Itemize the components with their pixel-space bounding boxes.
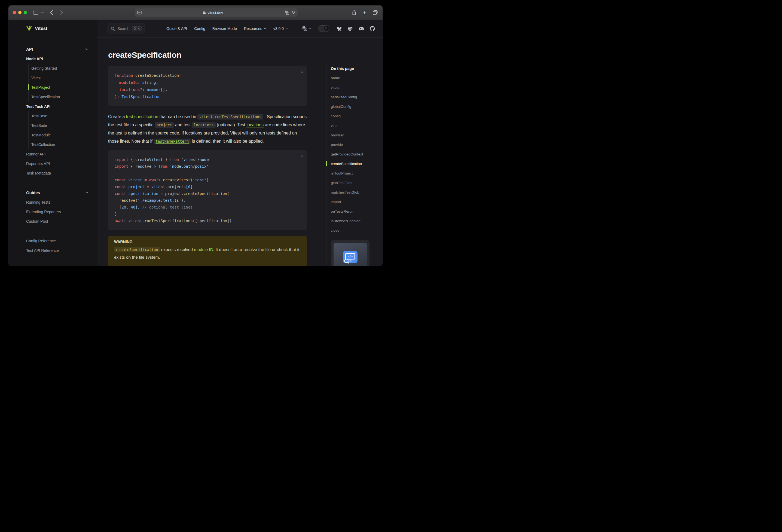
code-line: const specification = project.createSpec…: [115, 190, 300, 197]
toc-item[interactable]: globTestFiles: [331, 178, 378, 187]
nav-link-guide-api[interactable]: Guide & API: [166, 26, 187, 31]
language-switcher[interactable]: A a: [302, 26, 311, 31]
search-icon: [111, 27, 115, 31]
search-button[interactable]: Search ⌘ K: [108, 23, 145, 34]
sidebar-item[interactable]: Task Metadata: [26, 168, 90, 178]
sidebar-item[interactable]: Extending Reporters: [26, 207, 90, 216]
traffic-lights: [13, 11, 27, 14]
toc-item[interactable]: createSpecification: [331, 159, 378, 169]
inline-code: locations: [192, 122, 215, 128]
address-bar[interactable]: vitest.dev A a ↻: [135, 8, 297, 16]
new-tab-button[interactable]: +: [363, 10, 366, 15]
doc-sidebar: Vitest API Node API Getting StartedVites…: [8, 20, 98, 266]
toc-item[interactable]: name: [331, 73, 378, 83]
nav-dropdown-resources[interactable]: Resources: [244, 26, 266, 31]
sidebar-item[interactable]: Custom Pool: [26, 216, 90, 226]
minimize-window-button[interactable]: [18, 11, 22, 14]
code-line: ): TestSpecification: [115, 93, 300, 100]
text-segment: (optional). Test: [216, 122, 247, 127]
back-button[interactable]: [50, 10, 53, 15]
tab-overview-button[interactable]: [373, 10, 378, 15]
site-frame: Vitest API Node API Getting StartedVites…: [8, 20, 383, 266]
forward-button[interactable]: [60, 10, 64, 15]
toc-item[interactable]: matchesTestGlob: [331, 187, 378, 197]
sidebar-item[interactable]: TestCase: [31, 111, 90, 120]
close-window-button[interactable]: [13, 11, 16, 14]
nav-link-config[interactable]: Config: [194, 26, 205, 31]
nav-link-browser-mode[interactable]: Browser Mode: [212, 26, 237, 31]
sidebar-item[interactable]: Config Reference: [26, 236, 90, 246]
toc-item[interactable]: import: [331, 197, 378, 207]
inline-link[interactable]: test specification: [126, 114, 158, 119]
code-line: const vitest = await createVitest('test'…: [115, 177, 300, 183]
inline-link[interactable]: module ID: [194, 247, 213, 252]
share-button[interactable]: [352, 10, 356, 15]
bluesky-icon[interactable]: [336, 26, 342, 31]
sidebar-item[interactable]: TestProject: [31, 82, 90, 92]
zoom-window-button[interactable]: [24, 11, 27, 14]
toc-item[interactable]: isRootProject: [331, 169, 378, 178]
mastodon-icon[interactable]: [348, 26, 353, 31]
sidebar-item[interactable]: Vitest: [31, 73, 90, 82]
toc-item[interactable]: vitest: [331, 83, 378, 92]
inline-code: project: [155, 122, 174, 128]
svg-text:A: A: [303, 26, 305, 29]
sidebar-item[interactable]: TestSuite: [31, 120, 90, 130]
code-line: function createSpecification(: [115, 72, 300, 79]
text-segment: Create a: [108, 114, 126, 119]
sidebar-node-api-list: Getting StartedVitestTestProjectTestSpec…: [28, 64, 90, 102]
code-block-signature: ts function createSpecification( moduleI…: [108, 66, 307, 106]
sidebar-item[interactable]: Running Tests: [26, 198, 90, 207]
translate-icon[interactable]: A a: [285, 10, 289, 15]
toc-item[interactable]: close: [331, 226, 378, 235]
sidebar-item[interactable]: TestSpecification: [31, 92, 90, 102]
sidebar-item[interactable]: Test API Reference: [26, 246, 90, 255]
sidebar-item[interactable]: TestModule: [31, 130, 90, 140]
inline-code-link[interactable]: vitest.runTestSpecifications: [198, 114, 263, 119]
toc-item[interactable]: onTestsRerun: [331, 207, 378, 216]
sidebar-section-api[interactable]: API: [26, 44, 90, 54]
promo-card[interactable]: </>: [331, 240, 369, 266]
toc-item[interactable]: config: [331, 111, 378, 121]
sidebar-section-guides[interactable]: Guides: [26, 188, 90, 198]
chevron-right-icon: [60, 10, 64, 15]
chevron-down-icon: [85, 192, 88, 193]
toc-item[interactable]: isBrowserEnabled: [331, 216, 378, 226]
chevron-down-icon: [285, 28, 288, 29]
code-content: function createSpecification( moduleId: …: [115, 72, 300, 100]
toc-item[interactable]: provide: [331, 140, 378, 149]
browser-toolbar: vitest.dev A a ↻ +: [8, 5, 383, 20]
toc-item[interactable]: getProvidedContext: [331, 149, 378, 159]
warning-callout: WARNING createSpecification expects reso…: [108, 236, 307, 266]
theme-toggle[interactable]: ☾: [318, 25, 329, 32]
search-shortcut: ⌘ K: [132, 26, 141, 31]
vitest-logo[interactable]: Vitest: [8, 20, 98, 37]
inline-code-link[interactable]: testNamePattern: [153, 139, 190, 144]
sidebar-toggle-button[interactable]: [33, 10, 38, 15]
reader-icon[interactable]: [137, 11, 142, 14]
sidebar-item[interactable]: Runner API: [26, 149, 90, 159]
url-display: vitest.dev: [142, 11, 285, 15]
theme-toggle-knob: ☾: [324, 26, 329, 31]
doc-page: Search ⌘ K Guide & API Config Browser Mo…: [98, 20, 383, 266]
toc-item[interactable]: browser: [331, 131, 378, 140]
description-paragraph: Create a test specification that can be …: [108, 113, 307, 145]
code-line: const project = vitest.projects[0]: [115, 183, 300, 190]
sidebar-chevron-button[interactable]: [41, 11, 44, 13]
toc-item[interactable]: serializedConfig: [331, 92, 378, 102]
discord-icon[interactable]: [358, 26, 364, 31]
sidebar-item[interactable]: Reporters API: [26, 159, 90, 168]
nav-dropdown-version[interactable]: v3.0.0: [273, 26, 288, 31]
reload-button[interactable]: ↻: [292, 10, 295, 15]
sidebar-item-test-task-api[interactable]: Test Task API: [26, 102, 90, 111]
logo-text: Vitest: [35, 26, 47, 31]
code-lang-label: ts: [300, 68, 303, 75]
code-line: [115, 170, 300, 177]
sidebar-item[interactable]: TestCollection: [31, 140, 90, 149]
toc-item[interactable]: globalConfig: [331, 102, 378, 111]
inline-link[interactable]: locations: [246, 122, 263, 127]
github-icon[interactable]: [369, 26, 375, 31]
toc-item[interactable]: vite: [331, 121, 378, 131]
sidebar-item[interactable]: Getting Started: [31, 64, 90, 73]
sidebar-item-node-api[interactable]: Node API: [26, 54, 90, 64]
